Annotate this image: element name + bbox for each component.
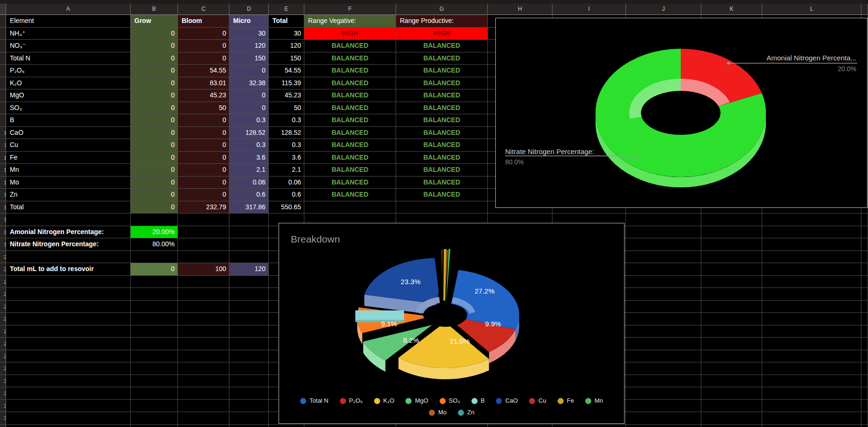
cell-D3[interactable]: 120	[229, 40, 269, 52]
cell-B34[interactable]	[131, 425, 178, 427]
row-header-15[interactable]: 15	[0, 189, 6, 201]
cell-D14[interactable]: 0.06	[229, 177, 269, 189]
cell-D25[interactable]	[229, 313, 269, 325]
cell-A21[interactable]: Total mL to add to resovoir	[6, 263, 131, 276]
legend-item-SO₃[interactable]: SO₃	[440, 397, 460, 405]
cell-B26[interactable]	[131, 325, 178, 338]
cell-J23[interactable]	[626, 288, 701, 301]
cell-C16[interactable]: 232.79	[178, 201, 229, 214]
cell-B20[interactable]	[131, 251, 178, 264]
cell-L33[interactable]	[762, 412, 861, 425]
row-header-18[interactable]: 18	[0, 226, 6, 239]
cell-C18[interactable]	[178, 226, 229, 239]
cell-A27[interactable]	[6, 338, 131, 350]
cell-D5[interactable]: 0	[229, 65, 269, 77]
cell-A26[interactable]	[6, 325, 131, 338]
cell-C12[interactable]: 0	[178, 152, 229, 164]
cell-D31[interactable]	[229, 387, 269, 400]
cell-A11[interactable]: Cu	[6, 139, 131, 152]
cell-A17[interactable]	[6, 214, 131, 226]
cell-D6[interactable]: 32.38	[229, 77, 269, 90]
cell-M28[interactable]	[861, 350, 868, 363]
cell-J20[interactable]	[626, 251, 701, 264]
cell-J27[interactable]	[626, 338, 701, 350]
cell-D27[interactable]	[229, 338, 269, 350]
cell-D17[interactable]	[229, 214, 269, 226]
cell-G3[interactable]: BALANCED	[396, 40, 488, 52]
cell-B28[interactable]	[131, 350, 178, 363]
cell-J32[interactable]	[626, 400, 701, 412]
cell-M17[interactable]	[861, 214, 868, 226]
cell-A31[interactable]	[6, 387, 131, 400]
legend-item-Mo[interactable]: Mo	[429, 408, 447, 417]
row-header-10[interactable]: 10	[0, 127, 6, 140]
cell-A22[interactable]	[6, 276, 131, 288]
cell-C33[interactable]	[178, 412, 229, 425]
cell-F4[interactable]: BALANCED	[304, 52, 396, 65]
cell-M20[interactable]	[861, 251, 868, 264]
cell-B15[interactable]: 0	[131, 189, 178, 201]
cell-G8[interactable]: BALANCED	[396, 102, 488, 115]
row-header-23[interactable]: 23	[0, 288, 6, 301]
cell-K18[interactable]	[701, 226, 762, 239]
cell-B29[interactable]	[131, 362, 178, 375]
legend-item-Cu[interactable]: Cu	[529, 397, 546, 405]
cell-C8[interactable]: 50	[178, 102, 229, 115]
cell-M18[interactable]	[861, 226, 868, 239]
pie-slice-B[interactable]	[355, 310, 404, 320]
cell-L17[interactable]	[762, 214, 861, 226]
cell-A32[interactable]	[6, 400, 131, 412]
cell-A15[interactable]: Zn	[6, 189, 131, 201]
cell-L29[interactable]	[762, 362, 861, 375]
cell-A9[interactable]: B	[6, 114, 131, 127]
cell-A5[interactable]: P₂O₅	[6, 65, 131, 77]
cell-M32[interactable]	[861, 400, 868, 412]
cell-B10[interactable]: 0	[131, 127, 178, 140]
row-header-26[interactable]: 26	[0, 325, 6, 338]
row-header-24[interactable]: 24	[0, 301, 6, 313]
cell-K20[interactable]	[701, 251, 762, 264]
cell-B14[interactable]: 0	[131, 177, 178, 189]
cell-A25[interactable]	[6, 313, 131, 325]
row-header-27[interactable]: 27	[0, 338, 6, 350]
cell-A13[interactable]: Mn	[6, 164, 131, 177]
cell-F14[interactable]: BALANCED	[304, 177, 396, 189]
cell-M33[interactable]	[861, 412, 868, 425]
cell-J28[interactable]	[626, 350, 701, 363]
cell-L31[interactable]	[762, 387, 861, 400]
cell-E7[interactable]: 45.23	[269, 89, 304, 102]
cell-K28[interactable]	[701, 350, 762, 363]
column-header-B[interactable]: B	[131, 4, 178, 15]
column-header-sliver[interactable]	[861, 4, 868, 15]
cell-D30[interactable]	[229, 375, 269, 388]
cell-A14[interactable]: Mo	[6, 177, 131, 189]
cell-E14[interactable]: 0.06	[269, 177, 304, 189]
row-header-14[interactable]: 14	[0, 177, 6, 189]
cell-J30[interactable]	[626, 375, 701, 388]
cell-D1[interactable]: Micro	[229, 15, 269, 28]
cell-A10[interactable]: CaO	[6, 127, 131, 140]
legend-item-B[interactable]: B	[471, 397, 485, 405]
cell-A12[interactable]: Fe	[6, 152, 131, 164]
cell-L30[interactable]	[762, 375, 861, 388]
column-header-E[interactable]: E	[269, 4, 304, 15]
cell-B3[interactable]: 0	[131, 40, 178, 52]
cell-E8[interactable]: 50	[269, 102, 304, 115]
cell-C22[interactable]	[178, 276, 229, 288]
cell-L28[interactable]	[762, 350, 861, 363]
legend-item-Zn[interactable]: Zn	[458, 408, 474, 417]
cell-D10[interactable]: 128.52	[229, 127, 269, 140]
cell-B33[interactable]	[131, 412, 178, 425]
row-header-8[interactable]: 8	[0, 102, 6, 115]
cell-F3[interactable]: BALANCED	[304, 40, 396, 52]
cell-C13[interactable]: 0	[178, 164, 229, 177]
cell-G16[interactable]	[396, 201, 488, 214]
cell-L24[interactable]	[762, 301, 861, 313]
cell-B6[interactable]: 0	[131, 77, 178, 90]
cell-D33[interactable]	[229, 412, 269, 425]
column-header-I[interactable]: I	[552, 4, 626, 15]
row-header-11[interactable]: 11	[0, 139, 6, 152]
row-header-33[interactable]: 33	[0, 412, 6, 425]
row-header-13[interactable]: 13	[0, 164, 6, 177]
cell-K26[interactable]	[701, 325, 762, 338]
